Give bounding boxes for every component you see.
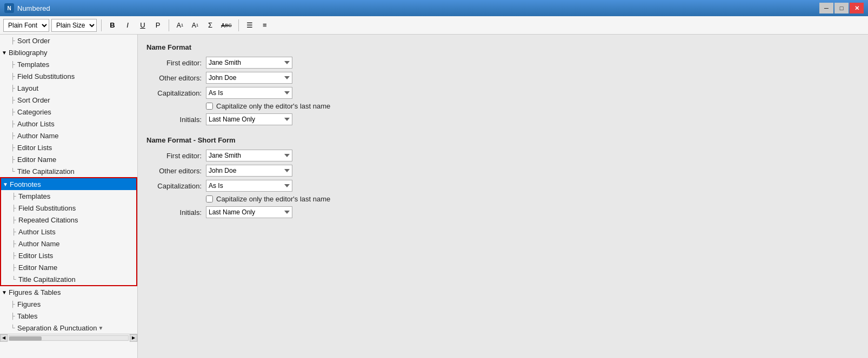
first-editor-select[interactable]: Jane Smith John Doe First Last Last Firs…: [206, 57, 292, 69]
hscroll-thumb: [9, 336, 42, 341]
sidebar-item-figures-tables[interactable]: ▼ Figures & Tables: [0, 286, 137, 298]
sf-initials-label: Initials:: [146, 208, 206, 217]
sidebar-item-bib-sort-order[interactable]: ├ Sort Order: [0, 94, 137, 106]
toolbar-separator-3: [238, 19, 239, 31]
align-left-button[interactable]: ☰: [243, 19, 256, 32]
hscroll-track: [9, 335, 129, 341]
hscroll-left-button[interactable]: ◀: [0, 334, 8, 342]
abc-button[interactable]: ABC: [219, 19, 234, 32]
sidebar-item-bibliography[interactable]: ▼ Bibliography: [0, 46, 137, 58]
sidebar-item-bib-title-cap[interactable]: └ Title Capitalization: [0, 165, 137, 177]
app-icon: N: [4, 3, 14, 13]
window-controls: ─ □ ✕: [819, 3, 864, 13]
underline-button[interactable]: U: [136, 19, 149, 32]
sigma-button[interactable]: Σ: [204, 19, 217, 32]
sf-other-editors-select[interactable]: John Doe Jane Smith First Last Last Firs…: [206, 165, 292, 177]
sidebar-item-bib-categories[interactable]: ├ Categories: [0, 106, 137, 118]
sidebar-item-bib-author-name[interactable]: ├ Author Name: [0, 130, 137, 141]
sidebar-item-fn-repeated[interactable]: ├ Repeated Citations: [1, 214, 136, 226]
bold-button[interactable]: B: [106, 19, 119, 32]
sf-other-editors-label: Other editors:: [146, 167, 206, 175]
sf-capitalization-row: Capitalization: As Is Upper Lower Title: [146, 180, 859, 192]
sf-capitalize-checkbox-row: Capitalize only the editor's last name: [206, 195, 859, 203]
sidebar-item-figures[interactable]: ├ Figures: [0, 298, 137, 310]
sidebar-item-fn-author-name[interactable]: ├ Author Name: [1, 238, 136, 249]
sf-capitalize-last-name-checkbox[interactable]: [206, 195, 213, 202]
maximize-button[interactable]: □: [834, 3, 849, 13]
capitalize-last-name-label[interactable]: Capitalize only the editor's last name: [216, 102, 330, 110]
close-button[interactable]: ✕: [850, 3, 864, 13]
main-layout: ├ Sort Order ▼ Bibliography ├ Templates …: [0, 35, 868, 358]
align-justify-button[interactable]: ≡: [258, 19, 271, 32]
italic-button[interactable]: I: [121, 19, 134, 32]
sf-capitalization-select[interactable]: As Is Upper Lower Title: [206, 180, 292, 192]
capitalization-label: Capitalization:: [146, 89, 206, 97]
capitalization-select[interactable]: As Is Upper Lower Title: [206, 87, 292, 99]
sidebar: ├ Sort Order ▼ Bibliography ├ Templates …: [0, 35, 138, 358]
other-editors-label: Other editors:: [146, 74, 206, 82]
sidebar-item-bib-editor-lists[interactable]: ├ Editor Lists: [0, 141, 137, 153]
name-format-title: Name Format: [146, 43, 859, 51]
sf-first-editor-row: First editor: Jane Smith John Doe First …: [146, 150, 859, 161]
window-title: Numbered: [17, 4, 50, 12]
footnotes-group-box: ▼ Footnotes ├ Templates ├ Field Substitu…: [0, 177, 137, 286]
sidebar-item-sep-punct[interactable]: └ Separation & Punctuation ▼: [0, 322, 137, 334]
font-selector[interactable]: Plain Font: [3, 19, 49, 32]
first-editor-label: First editor:: [146, 59, 206, 67]
content-area: Name Format First editor: Jane Smith Joh…: [138, 35, 868, 358]
sidebar-item-bib-field-subs[interactable]: ├ Field Substitutions: [0, 70, 137, 82]
sidebar-item-fn-field-subs[interactable]: ├ Field Substitutions: [1, 202, 136, 214]
superscript-button[interactable]: A1: [173, 19, 186, 32]
toolbar: Plain Font Plain Size B I U P A1 A1 Σ AB…: [0, 16, 868, 35]
capitalize-checkbox-row: Capitalize only the editor's last name: [206, 102, 859, 110]
sf-other-editors-row: Other editors: John Doe Jane Smith First…: [146, 165, 859, 177]
sidebar-item-tables[interactable]: ├ Tables: [0, 310, 137, 322]
initials-select[interactable]: Last Name Only First Name Both None: [206, 113, 292, 125]
tree-view: ├ Sort Order ▼ Bibliography ├ Templates …: [0, 35, 137, 334]
name-format-section: Name Format First editor: Jane Smith Joh…: [146, 43, 859, 125]
sidebar-item-sort-order-1[interactable]: ├ Sort Order: [0, 35, 137, 46]
initials-row: Initials: Last Name Only First Name Both…: [146, 113, 859, 125]
capitalization-row: Capitalization: As Is Upper Lower Title: [146, 87, 859, 99]
sidebar-item-bib-author-lists[interactable]: ├ Author Lists: [0, 118, 137, 130]
sidebar-item-fn-templates[interactable]: ├ Templates: [1, 190, 136, 202]
sf-initials-row: Initials: Last Name Only First Name Both…: [146, 206, 859, 218]
subscript-button[interactable]: A1: [189, 19, 202, 32]
sf-first-editor-select[interactable]: Jane Smith John Doe First Last Last Firs…: [206, 150, 292, 161]
sf-capitalization-label: Capitalization:: [146, 182, 206, 190]
toolbar-separator-2: [169, 19, 169, 31]
size-selector[interactable]: Plain Size: [51, 19, 97, 32]
toolbar-separator-1: [101, 19, 102, 31]
sf-initials-select[interactable]: Last Name Only First Name Both None: [206, 206, 292, 218]
sidebar-item-fn-title-cap[interactable]: └ Title Capitalization: [1, 273, 136, 285]
initials-label: Initials:: [146, 116, 206, 124]
capitalize-last-name-checkbox[interactable]: [206, 103, 213, 110]
sidebar-hscroll: ◀ ▶: [0, 334, 137, 341]
sidebar-item-footnotes[interactable]: ▼ Footnotes: [1, 178, 136, 190]
name-format-short-section: Name Format - Short Form First editor: J…: [146, 136, 859, 218]
sf-capitalize-last-name-label[interactable]: Capitalize only the editor's last name: [216, 195, 330, 203]
sidebar-item-bib-layout[interactable]: ├ Layout: [0, 82, 137, 94]
sidebar-item-bib-templates[interactable]: ├ Templates: [0, 58, 137, 70]
first-editor-row: First editor: Jane Smith John Doe First …: [146, 57, 859, 69]
sf-first-editor-label: First editor:: [146, 152, 206, 160]
title-bar: N Numbered ─ □ ✕: [0, 0, 868, 16]
name-format-short-title: Name Format - Short Form: [146, 136, 859, 144]
sidebar-item-bib-editor-name[interactable]: ├ Editor Name: [0, 153, 137, 165]
hscroll-right-button[interactable]: ▶: [130, 334, 137, 342]
sidebar-item-fn-editor-name[interactable]: ├ Editor Name: [1, 261, 136, 273]
sidebar-item-fn-editor-lists[interactable]: ├ Editor Lists: [1, 249, 136, 261]
sidebar-item-fn-author-lists[interactable]: ├ Author Lists: [1, 226, 136, 238]
minimize-button[interactable]: ─: [819, 3, 833, 13]
plain-button[interactable]: P: [151, 19, 164, 32]
other-editors-select[interactable]: John Doe Jane Smith First Last Last Firs…: [206, 72, 292, 84]
other-editors-row: Other editors: John Doe Jane Smith First…: [146, 72, 859, 84]
